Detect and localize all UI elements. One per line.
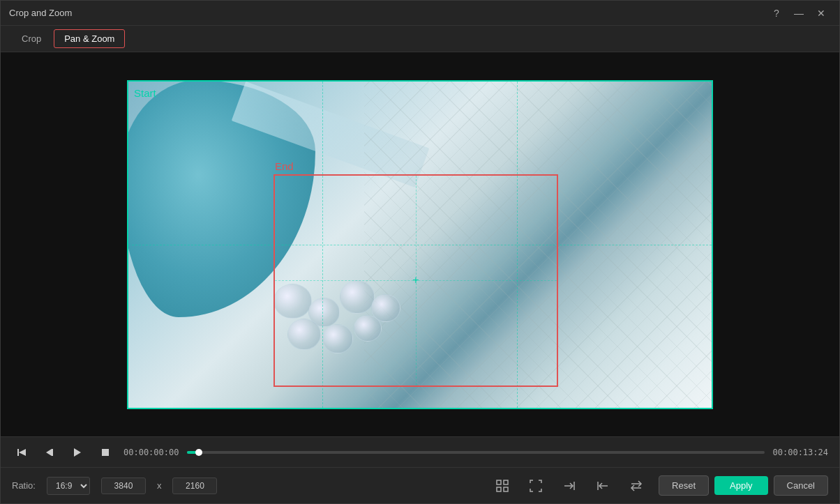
svg-marker-4 <box>74 448 81 457</box>
apply-button[interactable]: Apply <box>714 476 768 495</box>
droplet-1 <box>273 284 312 319</box>
title-bar: Crop and Zoom ? — ✕ <box>1 1 839 26</box>
title-bar-right: ? — ✕ <box>767 3 831 23</box>
close-button[interactable]: ✕ <box>811 3 831 23</box>
svg-marker-1 <box>19 449 26 456</box>
width-input[interactable] <box>101 478 146 494</box>
tab-bar: Crop Pan & Zoom <box>1 26 839 52</box>
help-button[interactable]: ? <box>767 3 786 23</box>
time-total: 00:00:13:24 <box>773 448 828 457</box>
svg-rect-5 <box>102 449 109 456</box>
svg-rect-6 <box>497 480 501 484</box>
droplets-visual <box>267 242 476 367</box>
swap-button[interactable] <box>625 475 647 497</box>
reset-button[interactable]: Reset <box>659 475 709 496</box>
svg-rect-3 <box>52 449 53 456</box>
play-button[interactable] <box>68 443 87 462</box>
svg-rect-9 <box>504 480 508 484</box>
step-back-button[interactable] <box>12 443 31 462</box>
frame-back-button[interactable] <box>40 443 59 462</box>
droplet-6 <box>322 324 353 353</box>
dimension-separator: x <box>157 480 162 491</box>
minimize-button[interactable]: — <box>789 3 809 23</box>
video-background <box>127 80 713 409</box>
arrow-left-button[interactable] <box>592 475 614 497</box>
progress-bar[interactable] <box>187 451 764 454</box>
svg-marker-2 <box>46 449 52 456</box>
window-title: Crop and Zoom <box>9 8 72 18</box>
stop-button[interactable] <box>96 443 115 462</box>
title-bar-left: Crop and Zoom <box>9 8 72 18</box>
time-current: 00:00:00:00 <box>123 448 179 457</box>
svg-rect-8 <box>497 487 501 491</box>
tab-crop[interactable]: Crop <box>12 30 51 47</box>
cancel-button[interactable]: Cancel <box>774 475 828 496</box>
action-buttons: Reset Apply Cancel <box>659 475 828 496</box>
progress-thumb[interactable] <box>195 449 202 456</box>
video-canvas: Start End + <box>127 80 713 409</box>
droplet-5 <box>287 319 321 350</box>
crop-and-zoom-window: Crop and Zoom ? — ✕ Crop Pan & Zoom <box>0 0 840 504</box>
arrow-right-button[interactable] <box>558 475 580 497</box>
bottom-bar: Ratio: 16:9 4:3 1:1 x <box>1 467 839 503</box>
ratio-select[interactable]: 16:9 4:3 1:1 <box>47 477 90 495</box>
fit-screen-button[interactable] <box>491 475 513 497</box>
droplet-7 <box>354 315 382 342</box>
svg-rect-0 <box>17 449 19 456</box>
height-input[interactable] <box>172 478 217 494</box>
fullscreen-button[interactable] <box>525 475 547 497</box>
video-area: Start End + <box>1 52 839 436</box>
ratio-label: Ratio: <box>12 480 36 491</box>
tab-pan-zoom[interactable]: Pan & Zoom <box>54 29 125 48</box>
droplet-3 <box>340 280 375 314</box>
svg-rect-7 <box>504 487 508 491</box>
controls-bar: 00:00:00:00 00:00:13:24 <box>1 436 839 467</box>
